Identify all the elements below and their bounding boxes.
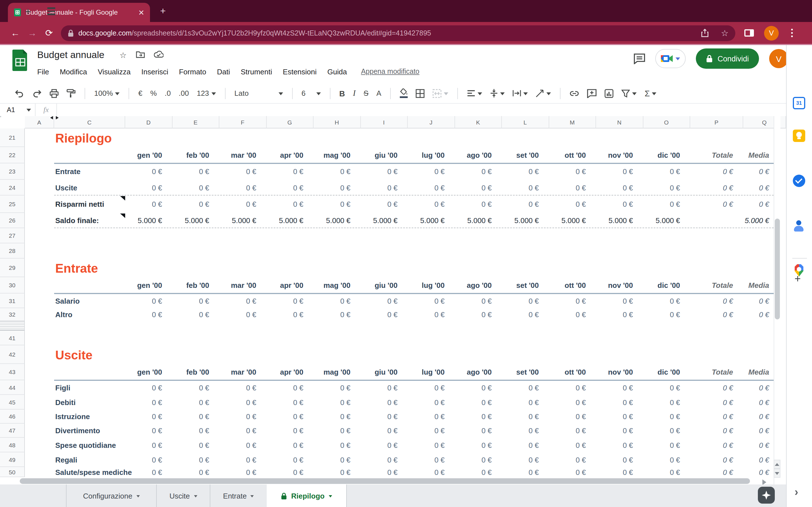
value-cell[interactable]: 0 €	[361, 293, 408, 308]
value-cell[interactable]: 0 €	[549, 163, 596, 180]
column-header-C[interactable]: C	[54, 116, 125, 128]
column-header-P[interactable]: P	[690, 116, 743, 128]
italic-button[interactable]: I	[353, 89, 356, 98]
column-header-F[interactable]: F	[219, 116, 266, 128]
totale-value-cell[interactable]: 0 €	[690, 180, 743, 195]
value-cell[interactable]: 0 €	[219, 409, 266, 424]
reload-icon[interactable]: ⟳	[41, 27, 57, 38]
value-cell[interactable]: 0 €	[549, 452, 596, 467]
add-sheet-button[interactable]: +	[25, 6, 31, 18]
side-panel-icon[interactable]	[744, 29, 754, 37]
month-header-cell[interactable]: feb '00	[172, 147, 219, 163]
row-header-41[interactable]: 41	[0, 331, 25, 345]
month-header-cell[interactable]: giu '00	[361, 364, 408, 380]
value-cell[interactable]: 0 €	[219, 452, 266, 467]
more-formats-button[interactable]: 123	[197, 89, 216, 98]
value-cell[interactable]: 0 €	[313, 409, 361, 424]
value-cell[interactable]: 0 €	[313, 452, 361, 467]
media-value-cell[interactable]: 0 €	[743, 467, 774, 477]
scroll-down-button[interactable]	[774, 469, 780, 478]
month-header-cell[interactable]: giu '00	[361, 277, 408, 293]
value-cell[interactable]: 0 €	[313, 467, 361, 477]
value-cell[interactable]: 5.000 €	[172, 213, 219, 228]
month-header-cell[interactable]: mag '00	[313, 364, 361, 380]
value-cell[interactable]: 0 €	[172, 180, 219, 195]
totale-value-cell[interactable]: 0 €	[690, 163, 743, 180]
month-header-cell[interactable]: feb '00	[172, 277, 219, 293]
value-cell[interactable]: 0 €	[408, 409, 455, 424]
media-value-cell[interactable]: 0 €	[743, 195, 774, 213]
value-cell[interactable]: 0 €	[455, 467, 502, 477]
value-cell[interactable]: 0 €	[313, 180, 361, 195]
comment-history-icon[interactable]	[634, 53, 645, 64]
value-cell[interactable]: 0 €	[172, 452, 219, 467]
value-cell[interactable]: 0 €	[219, 424, 266, 438]
url-bar[interactable]: docs.google.com/spreadsheets/d/1s3vOu2wY…	[61, 25, 735, 41]
account-avatar[interactable]: V	[769, 49, 788, 68]
value-cell[interactable]: 0 €	[361, 438, 408, 452]
browser-menu-icon[interactable]	[789, 29, 795, 37]
row-header-30[interactable]: 30	[0, 277, 25, 293]
value-cell[interactable]: 0 €	[502, 409, 549, 424]
tasks-icon[interactable]	[793, 175, 805, 187]
value-cell[interactable]: 5.000 €	[408, 213, 455, 228]
row-header-26[interactable]: 26	[0, 213, 25, 228]
value-cell[interactable]: 0 €	[596, 380, 643, 395]
value-cell[interactable]: 0 €	[502, 438, 549, 452]
month-header-cell[interactable]: ago '00	[455, 364, 502, 380]
value-cell[interactable]: 5.000 €	[266, 213, 313, 228]
value-cell[interactable]: 0 €	[549, 467, 596, 477]
value-cell[interactable]: 0 €	[219, 293, 266, 308]
month-header-cell[interactable]: lug '00	[408, 277, 455, 293]
value-cell[interactable]: 0 €	[596, 467, 643, 477]
month-header-cell[interactable]: set '00	[502, 277, 549, 293]
name-box[interactable]: A1	[0, 106, 35, 114]
media-value-cell[interactable]: 0 €	[743, 395, 774, 409]
share-icon[interactable]	[701, 29, 709, 38]
value-cell[interactable]: 0 €	[313, 163, 361, 180]
font-select[interactable]: Lato	[234, 89, 283, 98]
keep-icon[interactable]	[793, 129, 805, 142]
row-header-22[interactable]: 22	[0, 147, 25, 163]
value-cell[interactable]: 0 €	[596, 452, 643, 467]
value-cell[interactable]: 0 €	[172, 438, 219, 452]
all-sheets-button[interactable]	[47, 7, 55, 15]
totale-value-cell[interactable]	[690, 213, 743, 228]
value-cell[interactable]: 0 €	[408, 395, 455, 409]
month-header-cell[interactable]: ott '00	[549, 147, 596, 163]
sheet-tab-menu-icon[interactable]	[194, 495, 197, 499]
value-cell[interactable]: 0 €	[125, 438, 172, 452]
value-cell[interactable]: 0 €	[313, 293, 361, 308]
row-label-cell[interactable]: Regali	[54, 452, 125, 467]
value-cell[interactable]: 0 €	[596, 180, 643, 195]
column-header-K[interactable]: K	[455, 116, 502, 128]
value-cell[interactable]: 0 €	[266, 438, 313, 452]
sheet-tab-menu-icon[interactable]	[328, 495, 332, 499]
sheet-tab-uscite[interactable]: Uscite	[156, 485, 210, 507]
value-cell[interactable]: 0 €	[502, 195, 549, 213]
horizontal-scrollbar-thumb[interactable]	[20, 478, 750, 484]
value-cell[interactable]: 0 €	[125, 308, 172, 321]
media-header-cell[interactable]: Media	[743, 147, 774, 163]
value-cell[interactable]: 0 €	[219, 395, 266, 409]
value-cell[interactable]: 0 €	[266, 308, 313, 321]
print-icon[interactable]	[50, 89, 59, 98]
month-header-cell[interactable]: lug '00	[408, 147, 455, 163]
insert-chart-button[interactable]	[605, 89, 613, 98]
row-header-24[interactable]: 24	[0, 180, 25, 195]
totale-value-cell[interactable]: 0 €	[690, 293, 743, 308]
column-header-G[interactable]: G	[266, 116, 313, 128]
meet-button[interactable]	[656, 49, 686, 68]
value-cell[interactable]: 0 €	[549, 424, 596, 438]
value-cell[interactable]: 0 €	[172, 380, 219, 395]
value-cell[interactable]: 0 €	[643, 195, 690, 213]
row-label-cell[interactable]: Salario	[54, 293, 125, 308]
totale-value-cell[interactable]: 0 €	[690, 438, 743, 452]
month-header-cell[interactable]: nov '00	[596, 277, 643, 293]
column-header-M[interactable]: M	[549, 116, 596, 128]
value-cell[interactable]: 0 €	[408, 293, 455, 308]
sheet-tab-entrate[interactable]: Entrate	[210, 485, 267, 507]
vertical-align-button[interactable]	[490, 89, 505, 98]
month-header-cell[interactable]: nov '00	[596, 364, 643, 380]
value-cell[interactable]: 0 €	[408, 180, 455, 195]
